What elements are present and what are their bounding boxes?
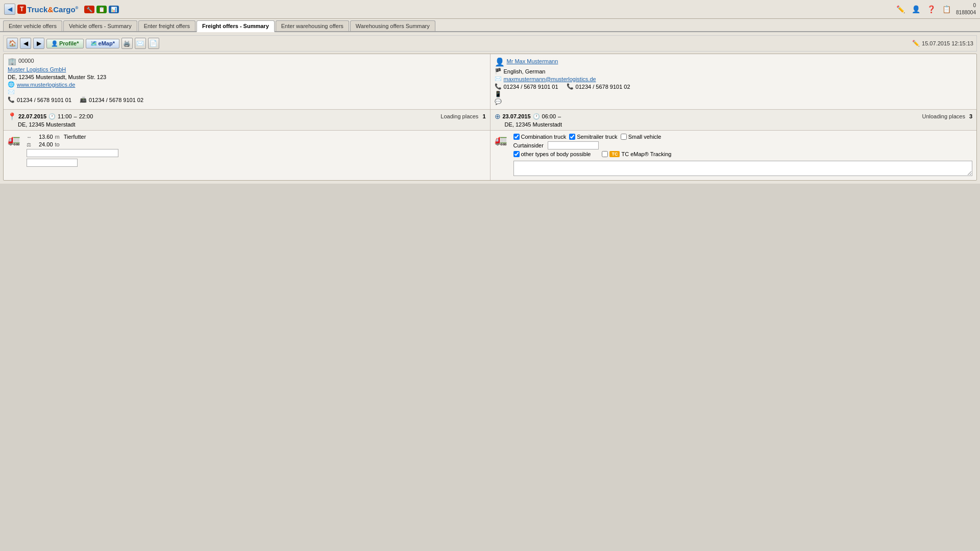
company-id-row: 🏢 00000 — [8, 57, 486, 65]
tab-warehousing-summary[interactable]: Warehousing offers Summary — [350, 20, 435, 31]
clock-icon-loading: 🕐 — [48, 113, 56, 120]
nav-prev-button[interactable]: ◀ — [20, 38, 31, 49]
semitrailer-checkbox[interactable] — [569, 134, 575, 140]
tab-freight-summary[interactable]: Freight offers - Summary — [197, 20, 275, 32]
email-button[interactable]: ✉️ — [135, 38, 146, 49]
profile-button[interactable]: 👤 Profile* — [46, 39, 84, 48]
contact-info: 👤 Mr Max Mustermann 🏴 English, German ✉️… — [491, 54, 977, 109]
combination-truck-checkbox-label[interactable]: Combination truck — [513, 134, 567, 140]
unloading-info: ⊕ 23.07.2015 🕐 06:00 – Unloading places … — [491, 110, 977, 130]
tc-tracking-checkbox[interactable] — [602, 151, 608, 157]
company-address: DE, 12345 Musterstadt, Muster Str. 123 — [8, 74, 486, 80]
loading-time-to: 22:00 — [79, 113, 93, 119]
company-id: 00000 — [18, 58, 34, 64]
cargo-input-row2 — [27, 159, 118, 167]
nav-next-button[interactable]: ▶ — [33, 38, 44, 49]
cargo-length-row: ↔ 13.60 m Tierfutter — [27, 134, 118, 140]
unloading-places-count: 3 — [969, 113, 972, 119]
toolbar: 🏠 ◀ ▶ 👤 Profile* 🗺️ eMap* 🖨️ ✉️ 📄 ✏️ 15.… — [3, 35, 977, 52]
loading-location-icon: 📍 — [8, 112, 16, 120]
export-button[interactable]: 📄 — [148, 38, 159, 49]
mobile-icon: 📱 — [495, 91, 502, 97]
unloading-delivery-icon: ⊕ — [495, 112, 501, 120]
company-phone1: 01234 / 5678 9101 01 — [17, 97, 71, 103]
unloading-row: ⊕ 23.07.2015 🕐 06:00 – Unloading places … — [495, 112, 973, 120]
body-type-label: Curtainsider — [513, 142, 544, 148]
back-icon[interactable]: ◀ — [4, 4, 15, 15]
globe-icon: 🌐 — [8, 81, 15, 88]
tc-tracking-label: TC eMap® Tracking — [621, 151, 671, 157]
tab-enter-freight[interactable]: Enter freight offers — [138, 20, 195, 31]
body-type-input[interactable] — [548, 141, 599, 149]
loading-places-label: Loading places — [440, 113, 478, 119]
logo-text: Truck&Cargo® — [27, 5, 78, 14]
settings-icon[interactable]: ✏️ — [895, 4, 906, 15]
edit-icon[interactable]: ✏️ — [912, 40, 920, 47]
small-vehicle-checkbox[interactable] — [621, 134, 627, 140]
contact-languages-row: 🏴 English, German — [495, 68, 973, 74]
cargo-weight-unit: to — [55, 141, 60, 147]
contact-phone2: 01234 / 5678 9101 02 — [576, 84, 630, 90]
cargo-input-field2[interactable] — [27, 159, 78, 167]
flag-icon: 🏴 — [495, 68, 502, 74]
loading-time-from: 11:00 — [58, 113, 72, 119]
emap-button[interactable]: 🗺️ eMap* — [86, 39, 119, 48]
company-website[interactable]: www.musterlogistics.de — [17, 82, 75, 88]
print-button[interactable]: 🖨️ — [121, 38, 133, 49]
loading-address: DE, 12345 Musterstadt — [18, 121, 486, 128]
app-logo: T Truck&Cargo® — [17, 5, 78, 14]
weight-icon: ⚖ — [27, 142, 37, 147]
loading-time-separator: – — [74, 113, 77, 119]
tab-enter-vehicle[interactable]: Enter vehicle offers — [3, 20, 62, 31]
tools-icon3[interactable]: 📊 — [109, 6, 119, 13]
contact-phone-row: 📞 01234 / 5678 9101 01 📞 01234 / 5678 91… — [495, 83, 973, 90]
other-body-checkbox[interactable] — [513, 151, 520, 157]
cargo-input-field1[interactable] — [27, 149, 118, 157]
tab-enter-warehousing[interactable]: Enter warehousing offers — [276, 20, 349, 31]
logo-area: ◀ T Truck&Cargo® 🔧 📋 📊 — [4, 4, 119, 15]
cargo-details: ↔ 13.60 m Tierfutter ⚖ 24.00 to — [27, 134, 118, 168]
contact-languages: English, German — [504, 68, 546, 74]
vehicle-info: 🚛 Combination truck Semitrailer truck — [491, 131, 977, 180]
contact-name-link[interactable]: Mr Max Mustermann — [507, 58, 558, 64]
contact-phone1: 01234 / 5678 9101 01 — [504, 84, 558, 90]
clipboard-icon[interactable]: 📋 — [941, 4, 952, 15]
email-icon-company: ✉️ — [8, 89, 15, 95]
tools-icon2[interactable]: 📋 — [96, 6, 107, 13]
loading-date: 22.07.2015 — [18, 113, 46, 119]
contact-skype-row: 💬 — [495, 98, 973, 105]
help-icon[interactable]: ❓ — [925, 4, 937, 15]
tools-icon1[interactable]: 🔧 — [84, 6, 94, 13]
combination-truck-label: Combination truck — [521, 134, 567, 140]
other-body-checkbox-label[interactable]: other types of body possible — [513, 151, 591, 157]
tab-vehicle-summary[interactable]: Vehicle offers - Summary — [63, 20, 137, 31]
emap-label: eMap* — [99, 40, 115, 46]
phone-icon-contact: 📞 — [495, 83, 502, 90]
semitrailer-checkbox-label[interactable]: Semitrailer truck — [569, 134, 617, 140]
company-icon: 🏢 — [8, 57, 16, 65]
contact-email[interactable]: maxmustermann@musterlogistics.de — [504, 76, 596, 82]
loading-row: 📍 22.07.2015 🕐 11:00 – 22:00 Loading pla… — [8, 112, 486, 120]
top-icons: ✏️ 👤 ❓ 📋 0 8188004 — [895, 2, 976, 16]
contact-mobile-row: 📱 — [495, 91, 973, 97]
unloading-time-from: 06:00 — [542, 113, 556, 119]
small-vehicle-checkbox-label[interactable]: Small vehicle — [621, 134, 662, 140]
company-name-link[interactable]: Muster Logistics GmbH — [8, 66, 486, 72]
cargo-input-row1 — [27, 149, 118, 157]
tc-tracking-checkbox-label[interactable]: TC TC eMap® Tracking — [602, 151, 671, 157]
combination-truck-checkbox[interactable] — [513, 134, 520, 140]
user-info: 0 8188004 — [956, 2, 976, 16]
tab-bar: Enter vehicle offers Vehicle offers - Su… — [0, 19, 980, 32]
contact-avatar: 👤 — [495, 57, 505, 67]
nav-home-button[interactable]: 🏠 — [7, 38, 18, 49]
fax-icon-company: 📠 — [80, 96, 87, 103]
cargo-length-value: 13.60 — [39, 134, 53, 140]
cargo-weight-row: ⚖ 24.00 to — [27, 141, 118, 147]
length-icon: ↔ — [27, 134, 37, 140]
route-section: 📍 22.07.2015 🕐 11:00 – 22:00 Loading pla… — [4, 110, 976, 131]
vehicle-type-row: Combination truck Semitrailer truck Smal… — [513, 134, 973, 140]
company-email-row: ✉️ — [8, 89, 486, 95]
email-icon-contact: ✉️ — [495, 76, 502, 82]
vehicle-notes[interactable] — [513, 161, 973, 176]
user-icon[interactable]: 👤 — [910, 4, 921, 15]
